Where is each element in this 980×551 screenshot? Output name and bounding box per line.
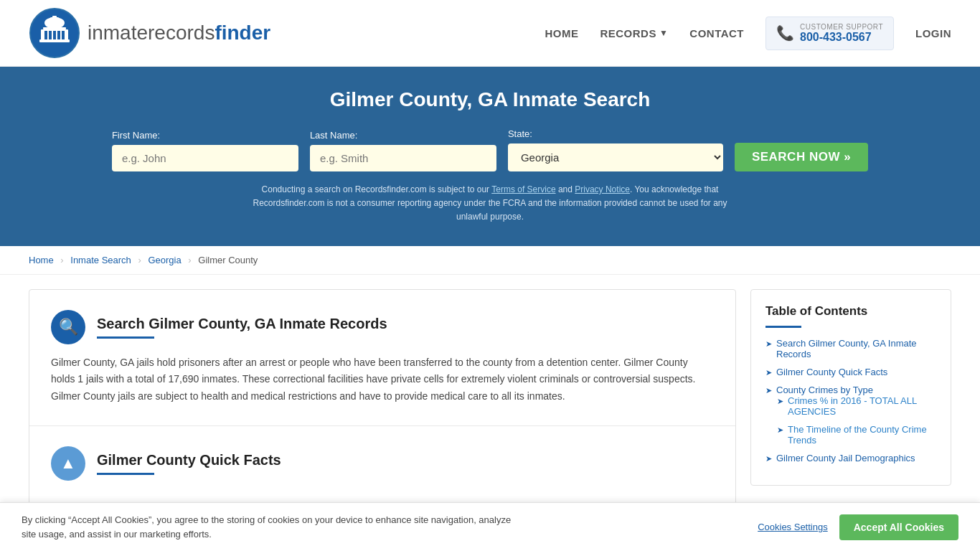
terms-link[interactable]: Terms of Service	[491, 184, 555, 194]
toc-sub-link-0[interactable]: ➤ Crimes % in 2016 - TOTAL ALL AGENCIES	[777, 395, 936, 417]
svg-point-3	[44, 17, 65, 29]
main-content: 🔍 Search Gilmer County, GA Inmate Record…	[29, 289, 736, 512]
svg-rect-11	[62, 31, 65, 39]
chevron-down-icon: ▼	[659, 28, 668, 38]
section1-header: 🔍 Search Gilmer County, GA Inmate Record…	[51, 310, 714, 344]
toc-item-2: ➤ County Crimes by Type ➤ Crimes % in 20…	[765, 385, 936, 446]
cookie-settings-button[interactable]: Cookies Settings	[758, 522, 828, 527]
content-area: 🔍 Search Gilmer County, GA Inmate Record…	[0, 275, 980, 527]
state-group: State: Georgia Alabama Alaska Arizona Ca…	[508, 128, 723, 171]
section2-underline	[97, 473, 154, 475]
toc-title: Table of Contents	[765, 304, 936, 319]
svg-rect-6	[39, 39, 70, 42]
toc-sub-link-1[interactable]: ➤ The Timeline of the County Crime Trend…	[777, 424, 936, 446]
chevron-right-icon-0: ➤	[765, 339, 772, 349]
first-name-label: First Name:	[112, 130, 160, 141]
cookie-banner: By clicking “Accept All Cookies”, you ag…	[0, 502, 980, 527]
site-header: inmaterecordsfinder HOME RECORDS ▼ CONTA…	[0, 0, 980, 67]
chevron-right-icon-2: ➤	[765, 386, 772, 395]
chevron-right-icon-1: ➤	[765, 368, 772, 377]
alert-icon-circle: ▲	[51, 446, 85, 481]
chevron-right-sub-icon-1: ➤	[777, 425, 783, 435]
nav-login[interactable]: LOGIN	[915, 27, 951, 39]
chevron-right-icon-5: ➤	[765, 454, 772, 463]
phone-icon: 📞	[776, 24, 794, 42]
breadcrumb-sep-3: ›	[188, 255, 191, 265]
hero-section: Gilmer County, GA Inmate Search First Na…	[0, 67, 980, 246]
toc-sub-list: ➤ Crimes % in 2016 - TOTAL ALL AGENCIES …	[777, 395, 936, 446]
main-nav: HOME RECORDS ▼ CONTACT 📞 CUSTOMER SUPPOR…	[545, 17, 951, 50]
toc-link-5[interactable]: ➤ Gilmer County Jail Demographics	[765, 453, 936, 463]
section2-header: ▲ Gilmer County Quick Facts	[51, 446, 714, 481]
warning-icon: ▲	[60, 454, 76, 473]
section2-title-block: Gilmer County Quick Facts	[97, 452, 281, 475]
breadcrumb-home[interactable]: Home	[29, 255, 54, 265]
nav-home[interactable]: HOME	[545, 27, 578, 39]
breadcrumb: Home › Inmate Search › Georgia › Gilmer …	[0, 246, 980, 275]
hero-disclaimer: Conducting a search on Recordsfinder.com…	[239, 183, 741, 225]
toc-sub-item-1: ➤ The Timeline of the County Crime Trend…	[777, 424, 936, 446]
toc-divider	[765, 326, 801, 328]
first-name-input[interactable]	[112, 145, 298, 171]
state-select[interactable]: Georgia Alabama Alaska Arizona Californi…	[508, 143, 723, 171]
search-button[interactable]: SEARCH NOW »	[735, 143, 868, 171]
toc-item-0: ➤ Search Gilmer County, GA Inmate Record…	[765, 338, 936, 359]
breadcrumb-georgia[interactable]: Georgia	[148, 255, 181, 265]
quick-facts-section: ▲ Gilmer County Quick Facts	[29, 426, 735, 512]
toc-link-2[interactable]: ➤ County Crimes by Type	[765, 385, 936, 395]
logo[interactable]: inmaterecordsfinder	[29, 7, 270, 59]
last-name-group: Last Name:	[310, 130, 496, 171]
section1-underline	[97, 336, 154, 339]
logo-icon	[29, 7, 80, 59]
section1-title: Search Gilmer County, GA Inmate Records	[97, 316, 387, 332]
svg-rect-9	[53, 31, 56, 39]
state-label: State:	[508, 128, 532, 139]
svg-rect-4	[43, 27, 66, 29]
cookie-text: By clicking “Accept All Cookies”, you ag…	[22, 513, 524, 527]
magnifier-icon: 🔍	[59, 318, 78, 336]
nav-contact[interactable]: CONTACT	[689, 27, 744, 39]
first-name-group: First Name:	[112, 130, 298, 171]
toc-item-1: ➤ Gilmer County Quick Facts	[765, 367, 936, 377]
toc-link-0[interactable]: ➤ Search Gilmer County, GA Inmate Record…	[765, 338, 936, 359]
toc-list: ➤ Search Gilmer County, GA Inmate Record…	[765, 338, 936, 463]
logo-text: inmaterecordsfinder	[88, 22, 270, 44]
breadcrumb-sep-1: ›	[60, 255, 63, 265]
svg-rect-10	[57, 31, 60, 39]
section1-title-block: Search Gilmer County, GA Inmate Records	[97, 316, 387, 339]
customer-support-box[interactable]: 📞 CUSTOMER SUPPORT 800-433-0567	[765, 17, 894, 50]
nav-records[interactable]: RECORDS ▼	[600, 27, 668, 39]
breadcrumb-inmate-search[interactable]: Inmate Search	[70, 255, 131, 265]
support-info: CUSTOMER SUPPORT 800-433-0567	[800, 23, 883, 44]
svg-rect-7	[44, 31, 47, 39]
section1-body: Gilmer County, GA jails hold prisoners a…	[51, 354, 714, 405]
breadcrumb-current: Gilmer County	[198, 255, 258, 265]
cookie-accept-button[interactable]: Accept All Cookies	[839, 514, 958, 527]
toc-link-1[interactable]: ➤ Gilmer County Quick Facts	[765, 367, 936, 377]
last-name-label: Last Name:	[310, 130, 357, 141]
toc-item-5: ➤ Gilmer County Jail Demographics	[765, 453, 936, 463]
breadcrumb-sep-2: ›	[138, 255, 141, 265]
section2-title: Gilmer County Quick Facts	[97, 452, 281, 468]
search-records-section: 🔍 Search Gilmer County, GA Inmate Record…	[29, 290, 735, 426]
toc-sub-item-0: ➤ Crimes % in 2016 - TOTAL ALL AGENCIES	[777, 395, 936, 417]
svg-rect-8	[49, 31, 52, 39]
page-title: Gilmer County, GA Inmate Search	[29, 88, 951, 111]
cookie-actions: Cookies Settings Accept All Cookies	[758, 514, 958, 527]
chevron-right-sub-icon-0: ➤	[777, 397, 783, 406]
privacy-link[interactable]: Privacy Notice	[575, 184, 630, 194]
sidebar: Table of Contents ➤ Search Gilmer County…	[750, 289, 951, 486]
search-form: First Name: Last Name: State: Georgia Al…	[29, 128, 951, 171]
search-icon-circle: 🔍	[51, 310, 85, 344]
last-name-input[interactable]	[310, 145, 496, 171]
